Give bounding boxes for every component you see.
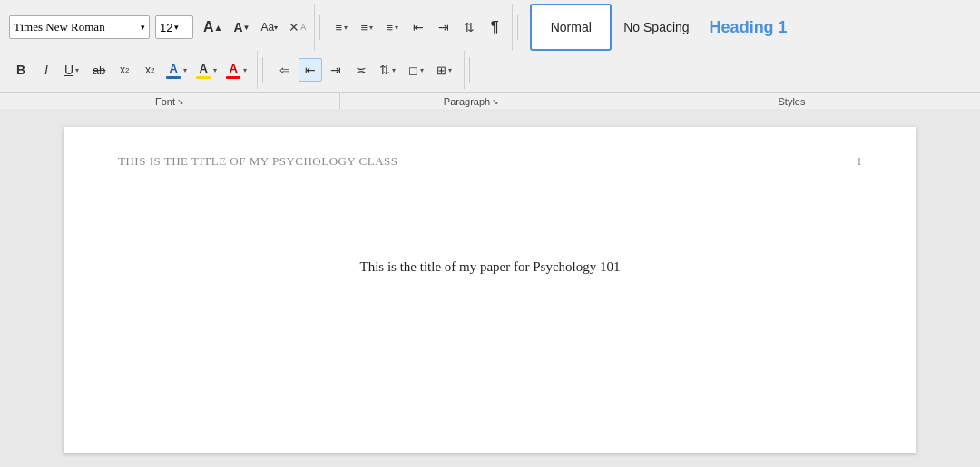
- highlight-color-bar: [196, 76, 211, 79]
- paragraph-expand-icon[interactable]: ↘: [492, 97, 499, 106]
- text-color-bar: [226, 76, 240, 79]
- shading-button[interactable]: ◻▾: [404, 58, 430, 82]
- style-normal-button[interactable]: Normal: [530, 4, 612, 51]
- underline-button[interactable]: U ▾: [60, 58, 85, 82]
- font-expand-icon[interactable]: ↘: [177, 97, 184, 106]
- highlight-color-button-group[interactable]: A ▾: [193, 61, 221, 80]
- document-page: THIS IS THE TITLE OF MY PSYCHOLOGY CLASS…: [64, 127, 916, 453]
- ribbon-row1: Times New Roman ▾ 12 ▾ A▲ A▼ Aa▾ ✕A: [0, 0, 980, 51]
- multilevel-list-button[interactable]: ≡▾: [381, 15, 405, 39]
- font-format-group: B I U ▾ ab x2 x2: [4, 51, 258, 89]
- clear-formatting-button[interactable]: ✕A: [284, 15, 310, 39]
- sep4: [469, 57, 470, 83]
- shrink-font-button[interactable]: A▼: [229, 15, 254, 39]
- style-normal-label: Normal: [551, 20, 592, 34]
- font-color-bar: [166, 76, 181, 79]
- font-group-label-section: Font ↘: [0, 93, 340, 109]
- page-number: 1: [857, 154, 863, 169]
- text-color-button-group[interactable]: A ▾: [223, 61, 251, 80]
- document-header-title: THIS IS THE TITLE OF MY PSYCHOLOGY CLASS: [118, 154, 398, 169]
- align-center-button[interactable]: ⇤: [299, 58, 322, 82]
- align-left-button[interactable]: ⇦: [273, 58, 297, 82]
- styles-group-label: Styles: [779, 96, 806, 107]
- font-color-button-group[interactable]: A ▾: [163, 61, 191, 80]
- numbering-button[interactable]: ≡▾: [356, 15, 379, 39]
- sep3: [262, 57, 263, 83]
- increase-indent-button[interactable]: ⇥: [432, 15, 456, 39]
- grow-font-button[interactable]: A▲: [199, 15, 227, 39]
- align-right-button[interactable]: ⇥: [324, 58, 348, 82]
- line-spacing-button[interactable]: ⇅▾: [375, 58, 402, 82]
- document-header: THIS IS THE TITLE OF MY PSYCHOLOGY CLASS…: [118, 154, 862, 169]
- paragraph-format-group: ⇦ ⇤ ⇥ ≍ ⇅▾ ◻▾ ⊞▾: [268, 51, 465, 89]
- ribbon: Times New Roman ▾ 12 ▾ A▲ A▼ Aa▾ ✕A: [0, 0, 980, 109]
- show-paragraph-button[interactable]: ¶: [483, 15, 506, 39]
- superscript-button[interactable]: x2: [138, 58, 162, 82]
- sep2: [517, 15, 518, 40]
- font-size-selector[interactable]: 12 ▾: [155, 15, 193, 39]
- change-case-button[interactable]: Aa▾: [257, 15, 283, 39]
- font-size-value: 12: [160, 21, 172, 34]
- document-content: This is the title of my paper for Psycho…: [118, 259, 862, 275]
- font-group-label: Font: [155, 96, 175, 107]
- document-body-text[interactable]: This is the title of my paper for Psycho…: [359, 259, 620, 275]
- ribbon-footer: Font ↘ Paragraph ↘ Styles: [0, 92, 980, 109]
- styles-group-label-section: Styles: [603, 93, 980, 109]
- font-family-selector[interactable]: Times New Roman ▾: [9, 15, 150, 39]
- paragraph-top-group: ≡▾ ≡▾ ≡▾ ⇤ ⇥ ⇅ ¶: [325, 4, 513, 51]
- justify-button[interactable]: ≍: [349, 58, 373, 82]
- style-heading1-label: Heading 1: [710, 18, 788, 37]
- styles-section: Normal No Spacing Heading 1: [523, 4, 976, 51]
- decrease-indent-button[interactable]: ⇤: [407, 15, 430, 39]
- borders-button[interactable]: ⊞▾: [432, 58, 458, 82]
- paragraph-group-label-section: Paragraph ↘: [340, 93, 603, 109]
- style-heading1-button[interactable]: Heading 1: [701, 4, 796, 51]
- style-no-spacing-button[interactable]: No Spacing: [615, 4, 697, 51]
- sort-button[interactable]: ⇅: [457, 15, 481, 39]
- strikethrough-button[interactable]: ab: [87, 58, 111, 82]
- subscript-button[interactable]: x2: [113, 58, 136, 82]
- style-no-spacing-label: No Spacing: [623, 20, 689, 34]
- font-family-group: Times New Roman ▾ 12 ▾ A▲ A▼ Aa▾ ✕A: [4, 4, 315, 51]
- font-family-value: Times New Roman: [14, 20, 105, 34]
- bold-button[interactable]: B: [9, 58, 33, 82]
- italic-button[interactable]: I: [34, 58, 58, 82]
- sep1: [319, 15, 320, 40]
- document-area: THIS IS THE TITLE OF MY PSYCHOLOGY CLASS…: [0, 109, 980, 467]
- bullets-button[interactable]: ≡▾: [330, 15, 354, 39]
- paragraph-group-label: Paragraph: [444, 96, 490, 107]
- ribbon-row2: B I U ▾ ab x2 x2: [0, 51, 980, 92]
